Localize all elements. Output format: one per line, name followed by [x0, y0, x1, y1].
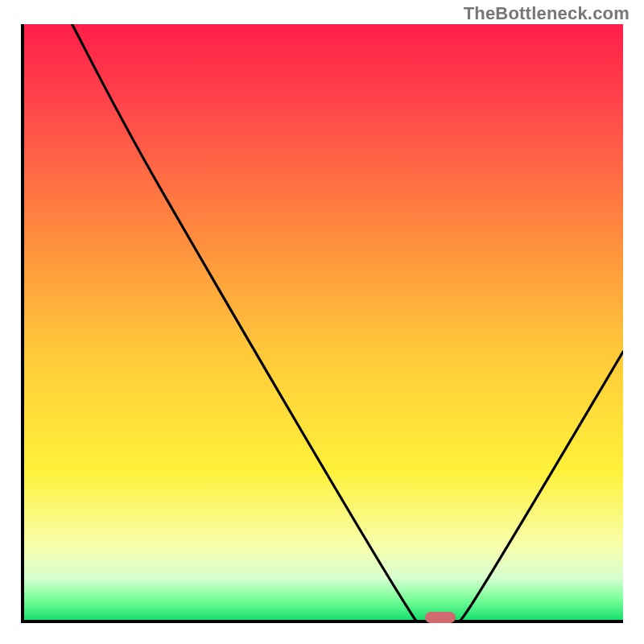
bottleneck-chart [24, 24, 623, 620]
gradient-background [24, 24, 623, 620]
optimum-marker [425, 612, 455, 623]
watermark-text: TheBottleneck.com [464, 3, 630, 24]
